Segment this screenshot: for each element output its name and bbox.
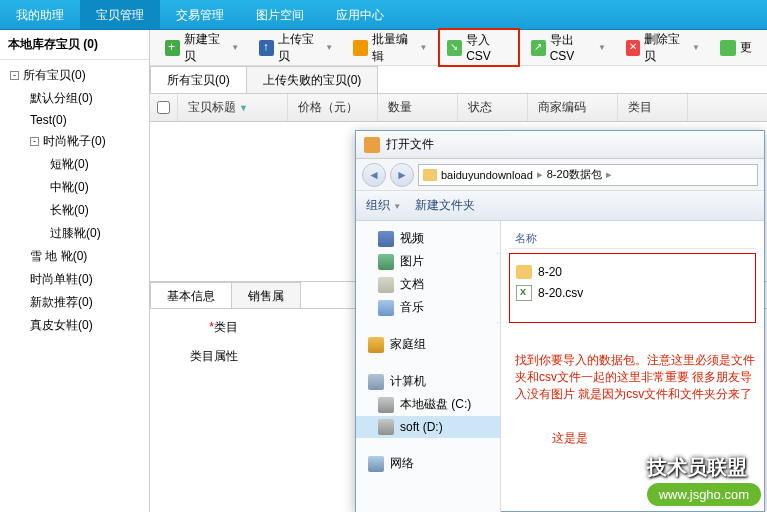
nav-back-button[interactable]: ◄: [362, 163, 386, 187]
import-icon: [447, 40, 462, 56]
side-video[interactable]: 视频: [356, 227, 500, 250]
main-toolbar: 新建宝贝▼ 上传宝贝▼ 批量编辑▼ 导入CSV 导出CSV▼ 删除宝贝▼ 更: [150, 30, 767, 66]
import-csv-button[interactable]: 导入CSV: [438, 28, 520, 67]
breadcrumb[interactable]: baiduyundownload ▸ 8-20数据包 ▸: [418, 164, 758, 186]
col-price[interactable]: 价格（元）: [288, 94, 378, 121]
tree-new-recommend[interactable]: 新款推荐(0): [0, 291, 149, 314]
annotation-text: 找到你要导入的数据包。注意这里必须是文件夹和csv文件一起的这里非常重要 很多朋…: [515, 352, 760, 402]
refresh-icon: [720, 40, 736, 56]
file-selection-highlight: 8-20 8-20.csv: [509, 253, 756, 323]
disk-icon: [378, 419, 394, 435]
dialog-toolbar: 组织 ▼ 新建文件夹: [356, 191, 764, 221]
col-status[interactable]: 状态: [458, 94, 528, 121]
dialog-title: 打开文件: [386, 136, 434, 153]
category-attr-label: 类目属性: [166, 348, 246, 365]
tree-fashion-boots[interactable]: -时尚靴子(0): [0, 130, 149, 153]
col-category[interactable]: 类目: [618, 94, 688, 121]
chevron-down-icon: ▼: [419, 43, 427, 52]
col-quantity[interactable]: 数量: [378, 94, 458, 121]
new-folder-button[interactable]: 新建文件夹: [415, 197, 475, 214]
nav-transaction[interactable]: 交易管理: [160, 0, 240, 29]
collapse-icon[interactable]: -: [30, 137, 39, 146]
watermark: 技术员联盟 www.jsgho.com: [647, 454, 761, 506]
folder-icon: [364, 137, 380, 153]
side-documents[interactable]: 文档: [356, 273, 500, 296]
edit-icon: [353, 40, 368, 56]
top-navigation: 我的助理 宝贝管理 交易管理 图片空间 应用中心: [0, 0, 767, 30]
tree-short-boots[interactable]: 短靴(0): [0, 153, 149, 176]
image-icon: [378, 254, 394, 270]
tree-test[interactable]: Test(0): [0, 110, 149, 130]
tab-upload-failed[interactable]: 上传失败的宝贝(0): [246, 66, 379, 93]
tree-mid-boots[interactable]: 中靴(0): [0, 176, 149, 199]
tab-all-products[interactable]: 所有宝贝(0): [150, 66, 247, 93]
dialog-sidebar: 视频 图片 文档 音乐 家庭组 计算机 本地磁盘 (C:) soft (D:) …: [356, 221, 501, 512]
export-csv-button[interactable]: 导出CSV▼: [522, 28, 615, 67]
file-csv-item[interactable]: 8-20.csv: [516, 282, 749, 304]
upload-product-button[interactable]: 上传宝贝▼: [250, 27, 342, 69]
batch-edit-button[interactable]: 批量编辑▼: [344, 27, 436, 69]
col-merchant-code[interactable]: 商家编码: [528, 94, 618, 121]
dialog-titlebar[interactable]: 打开文件: [356, 131, 764, 159]
nav-image-space[interactable]: 图片空间: [240, 0, 320, 29]
update-button[interactable]: 更: [711, 35, 761, 60]
video-icon: [378, 231, 394, 247]
annotation-text-2: 这是是: [552, 430, 588, 447]
tab-sale-attr[interactable]: 销售属: [231, 282, 301, 308]
side-images[interactable]: 图片: [356, 250, 500, 273]
folder-icon: [516, 265, 532, 279]
file-folder-item[interactable]: 8-20: [516, 262, 749, 282]
collapse-icon[interactable]: -: [10, 71, 19, 80]
breadcrumb-segment[interactable]: baiduyundownload: [441, 169, 533, 181]
nav-app-center[interactable]: 应用中心: [320, 0, 400, 29]
tree-over-knee-boots[interactable]: 过膝靴(0): [0, 222, 149, 245]
disk-icon: [378, 397, 394, 413]
computer-icon: [368, 374, 384, 390]
network-icon: [368, 456, 384, 472]
tree-fashion-shoes[interactable]: 时尚单鞋(0): [0, 268, 149, 291]
side-network[interactable]: 网络: [356, 452, 500, 475]
side-disk-c[interactable]: 本地磁盘 (C:): [356, 393, 500, 416]
organize-button[interactable]: 组织 ▼: [366, 197, 401, 214]
chevron-right-icon: ▸: [537, 168, 543, 181]
side-homegroup[interactable]: 家庭组: [356, 333, 500, 356]
tree-all-products[interactable]: -所有宝贝(0): [0, 64, 149, 87]
grid-header: 宝贝标题▼ 价格（元） 数量 状态 商家编码 类目: [150, 94, 767, 122]
tree-default-group[interactable]: 默认分组(0): [0, 87, 149, 110]
files-column-name[interactable]: 名称: [509, 229, 756, 249]
chevron-down-icon: ▼: [231, 43, 239, 52]
watermark-text: 技术员联盟: [647, 454, 761, 481]
plus-icon: [165, 40, 180, 56]
side-computer[interactable]: 计算机: [356, 370, 500, 393]
tree-long-boots[interactable]: 长靴(0): [0, 199, 149, 222]
col-title[interactable]: 宝贝标题▼: [178, 94, 288, 121]
dialog-nav: ◄ ► baiduyundownload ▸ 8-20数据包 ▸: [356, 159, 764, 191]
nav-assistant[interactable]: 我的助理: [0, 0, 80, 29]
select-all-checkbox[interactable]: [157, 101, 170, 114]
side-disk-d[interactable]: soft (D:): [356, 416, 500, 438]
sort-icon: ▼: [239, 103, 248, 113]
nav-forward-button[interactable]: ►: [390, 163, 414, 187]
tree-leather-shoes[interactable]: 真皮女鞋(0): [0, 314, 149, 337]
watermark-url: www.jsgho.com: [647, 483, 761, 506]
sidebar: 本地库存宝贝 (0) -所有宝贝(0) 默认分组(0) Test(0) -时尚靴…: [0, 30, 150, 512]
tree-snow-boots[interactable]: 雪 地 靴(0): [0, 245, 149, 268]
category-label: *类目: [166, 319, 246, 336]
chevron-down-icon: ▼: [692, 43, 700, 52]
product-subtabs: 所有宝贝(0) 上传失败的宝贝(0): [150, 66, 767, 94]
category-tree: -所有宝贝(0) 默认分组(0) Test(0) -时尚靴子(0) 短靴(0) …: [0, 60, 149, 341]
sidebar-header: 本地库存宝贝 (0): [0, 30, 149, 60]
chevron-right-icon: ▸: [606, 168, 612, 181]
document-icon: [378, 277, 394, 293]
delete-product-button[interactable]: 删除宝贝▼: [617, 27, 709, 69]
folder-icon: [423, 169, 437, 181]
tab-basic-info[interactable]: 基本信息: [150, 282, 232, 308]
nav-product-manage[interactable]: 宝贝管理: [80, 0, 160, 29]
breadcrumb-segment[interactable]: 8-20数据包: [547, 167, 602, 182]
new-product-button[interactable]: 新建宝贝▼: [156, 27, 248, 69]
delete-icon: [626, 40, 641, 56]
select-all-column[interactable]: [150, 94, 178, 121]
music-icon: [378, 300, 394, 316]
home-icon: [368, 337, 384, 353]
side-music[interactable]: 音乐: [356, 296, 500, 319]
